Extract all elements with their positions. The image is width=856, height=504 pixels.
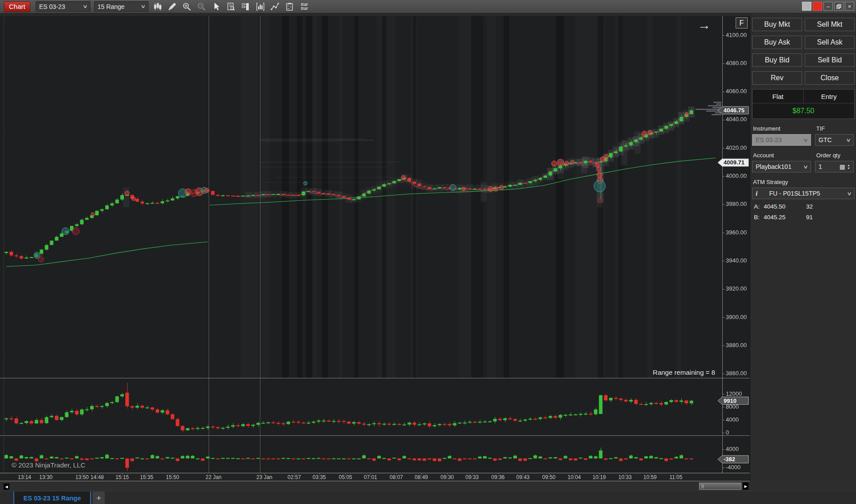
instrument-dropdown-value: ES 03-23	[39, 3, 65, 10]
period-dropdown[interactable]: 15 Range ∨	[94, 1, 148, 12]
order-qty-label: Order qty	[816, 152, 855, 159]
fast-forward-button[interactable]: F	[736, 17, 748, 29]
price-chart-canvas[interactable]	[0, 13, 750, 481]
tab-bar: ES 03-23 15 Range +	[0, 491, 856, 504]
data-box-icon[interactable]	[225, 1, 237, 12]
atm-strategy-select[interactable]: i FU - P01SL15TP5 ∨	[752, 188, 855, 199]
window-controls: – ×	[802, 2, 854, 11]
sell-mkt-button[interactable]: Sell Mkt	[805, 18, 855, 31]
copyright-label: © 2023 NinjaTrader, LLC	[12, 461, 86, 469]
svg-text:x: x	[290, 5, 292, 8]
zoom-out-icon	[196, 1, 207, 12]
instrument-dropdown[interactable]: ES 03-23 ∨	[36, 1, 91, 12]
chart-menu-button[interactable]: Chart	[4, 1, 30, 12]
chevron-down-icon: ∨	[140, 4, 146, 9]
chevron-down-icon: ∨	[846, 137, 851, 143]
chevron-down-icon: ∨	[803, 137, 808, 143]
zoom-in-icon[interactable]	[181, 1, 193, 12]
chart-trader-icon[interactable]	[240, 1, 251, 12]
chevron-down-icon: ∨	[847, 191, 852, 197]
minimize-button[interactable]: –	[823, 2, 833, 11]
close-icon[interactable]: ×	[845, 2, 854, 11]
instrument-select: ES 03-23 ∨	[752, 134, 811, 146]
entry-label: Entry	[804, 90, 855, 103]
restore-button[interactable]	[834, 2, 844, 11]
chart-trader-panel: Buy Mkt Sell Mkt Buy Ask Sell Ask Buy Bi…	[750, 13, 856, 481]
svg-text:x: x	[288, 4, 289, 7]
info-icon[interactable]: i	[756, 190, 757, 197]
drawing-tools-icon[interactable]	[269, 1, 281, 12]
qty-spinner[interactable]: ▲▼	[847, 164, 850, 170]
position-display: Flat Entry $87.50	[752, 89, 855, 119]
tif-select[interactable]: GTC ∨	[815, 134, 854, 146]
atm-b-row: B: 4045.25 91	[752, 214, 855, 221]
chart-style-icon[interactable]	[152, 1, 163, 12]
properties-list-icon[interactable]	[299, 1, 310, 12]
buy-ask-button[interactable]: Buy Ask	[752, 36, 802, 49]
atm-a-row: A: 4045.50 32	[752, 203, 855, 210]
pnl-value: $87.50	[753, 103, 854, 119]
sell-ask-button[interactable]: Sell Ask	[805, 36, 855, 49]
add-tab-button[interactable]: +	[93, 492, 105, 504]
reverse-button[interactable]: Rev	[752, 71, 802, 85]
position-state-label: Flat	[753, 90, 804, 103]
scroll-right-icon[interactable]: ▶	[743, 483, 749, 490]
ninjatrader-chart-window: Chart ES 03-23 ∨ 15 Range ∨	[0, 0, 856, 504]
account-label: Account	[753, 152, 811, 159]
atm-strategy-label: ATM Strategy	[753, 179, 855, 185]
draw-pencil-icon[interactable]	[166, 1, 178, 12]
record-button[interactable]	[813, 2, 822, 11]
chevron-down-icon: ∨	[803, 164, 808, 170]
buy-mkt-button[interactable]: Buy Mkt	[752, 18, 802, 31]
close-position-button[interactable]: Close	[805, 71, 855, 85]
workspace-button[interactable]	[802, 2, 811, 11]
strategies-icon[interactable]: xx	[284, 1, 296, 12]
buy-bid-button[interactable]: Buy Bid	[752, 53, 802, 67]
calculator-icon[interactable]: ▦	[840, 163, 845, 170]
instrument-label: Instrument	[753, 125, 811, 132]
tab-es-03-23-15-range[interactable]: ES 03-23 15 Range	[13, 492, 91, 504]
horizontal-scrollbar: ◀ ▶	[0, 481, 856, 491]
quantity-stepper[interactable]: 1 ▦ ▲▼	[815, 161, 854, 172]
account-select[interactable]: Playback101 ∨	[752, 161, 811, 172]
tif-label: TIF	[816, 125, 855, 132]
scroll-left-icon[interactable]: ◀	[4, 484, 9, 490]
indicators-icon[interactable]	[255, 1, 266, 12]
period-dropdown-value: 15 Range	[98, 3, 125, 10]
cursor-icon[interactable]	[210, 1, 222, 12]
sell-bid-button[interactable]: Sell Bid	[805, 53, 855, 67]
scrollbar-thumb[interactable]	[699, 483, 741, 490]
pan-right-arrow-icon[interactable]: →	[698, 18, 711, 33]
range-remaining-label: Range remaining = 8	[588, 369, 715, 376]
toolbar: Chart ES 03-23 ∨ 15 Range ∨	[0, 0, 856, 13]
chevron-down-icon: ∨	[82, 4, 88, 9]
